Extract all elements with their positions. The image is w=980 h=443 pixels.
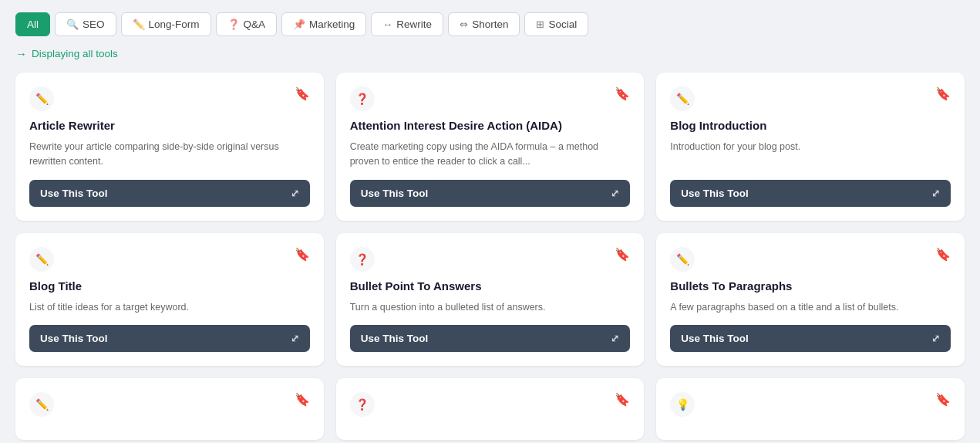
pencil-icon-partial-1: ✏️ xyxy=(35,398,49,411)
bookmark-icon-3[interactable]: 🔖 xyxy=(935,86,951,101)
pin-icon: 📌 xyxy=(293,19,305,30)
use-tool-label-6: Use This Tool xyxy=(681,333,749,344)
use-tool-btn-1[interactable]: Use This Tool ⤢ xyxy=(29,180,310,207)
card-top-4: ✏️ 🔖 xyxy=(29,247,310,272)
filter-label-marketing: Marketing xyxy=(309,19,355,30)
card-icon-6: ✏️ xyxy=(670,247,695,272)
external-link-icon-4: ⤢ xyxy=(291,333,299,344)
bookmark-icon-2[interactable]: 🔖 xyxy=(615,86,630,101)
rewrite-icon: ↔ xyxy=(382,19,392,30)
use-tool-btn-6[interactable]: Use This Tool ⤢ xyxy=(670,325,951,352)
filter-label-social: Social xyxy=(548,19,577,30)
card-icon-1: ✏️ xyxy=(29,86,54,111)
displaying-text: Displaying all tools xyxy=(32,48,118,59)
card-title-3: Blog Introduction xyxy=(670,119,951,132)
card-partial-2: ❓ 🔖 xyxy=(336,378,645,440)
card-aida: ❓ 🔖 Attention Interest Desire Action (AI… xyxy=(336,73,645,221)
question-icon: ❓ xyxy=(227,19,240,30)
card-title-4: Blog Title xyxy=(29,279,310,293)
filter-label-shorten: Shorten xyxy=(472,19,508,30)
filter-label-all: All xyxy=(27,19,39,30)
card-article-rewriter: ✏️ 🔖 Article Rewriter Rewrite your artic… xyxy=(15,73,324,221)
filter-bar: All 🔍 SEO ✏️ Long-Form ❓ Q&A 📌 Marketing… xyxy=(15,12,965,36)
use-tool-btn-3[interactable]: Use This Tool ⤢ xyxy=(670,180,951,207)
external-link-icon-1: ⤢ xyxy=(291,188,299,199)
bookmark-icon-partial-2[interactable]: 🔖 xyxy=(615,392,630,407)
filter-btn-shorten[interactable]: ⇔ Shorten xyxy=(448,12,520,36)
card-top-5: ❓ 🔖 xyxy=(350,247,631,272)
question-icon-2: ❓ xyxy=(355,93,369,105)
card-desc-3: Introduction for your blog post. xyxy=(670,140,951,169)
pencil-icon-6: ✏️ xyxy=(676,253,689,265)
filter-label-rewrite: Rewrite xyxy=(396,19,432,30)
filter-btn-qa[interactable]: ❓ Q&A xyxy=(216,12,278,36)
filter-label-seo: SEO xyxy=(83,19,105,30)
external-link-icon-2: ⤢ xyxy=(611,188,619,199)
external-link-icon-3: ⤢ xyxy=(931,188,940,199)
external-link-icon-6: ⤢ xyxy=(931,333,940,344)
card-desc-5: Turn a question into a bulleted list of … xyxy=(350,300,631,315)
question-icon-partial-2: ❓ xyxy=(355,398,369,411)
use-tool-label-3: Use This Tool xyxy=(681,188,749,199)
card-desc-2: Create marketing copy using the AIDA for… xyxy=(350,140,631,169)
search-icon: 🔍 xyxy=(66,19,79,30)
filter-btn-social[interactable]: ⊞ Social xyxy=(524,12,588,36)
use-tool-btn-4[interactable]: Use This Tool ⤢ xyxy=(29,325,310,352)
filter-btn-marketing[interactable]: 📌 Marketing xyxy=(281,12,366,36)
filter-btn-seo[interactable]: 🔍 SEO xyxy=(55,12,116,36)
card-partial-top-2: ❓ 🔖 xyxy=(350,392,631,417)
shorten-icon: ⇔ xyxy=(460,19,468,30)
pencil-icon-4: ✏️ xyxy=(35,253,49,265)
card-top-3: ✏️ 🔖 xyxy=(670,86,951,111)
filter-btn-rewrite[interactable]: ↔ Rewrite xyxy=(371,12,443,36)
use-tool-btn-2[interactable]: Use This Tool ⤢ xyxy=(350,180,631,207)
card-top-6: ✏️ 🔖 xyxy=(670,247,951,272)
card-desc-4: List of title ideas for a target keyword… xyxy=(29,300,310,315)
card-desc-6: A few paragraphs based on a title and a … xyxy=(670,300,951,315)
card-icon-3: ✏️ xyxy=(670,86,695,111)
social-icon: ⊞ xyxy=(536,19,544,30)
use-tool-label-2: Use This Tool xyxy=(361,188,429,199)
card-partial-1: ✏️ 🔖 xyxy=(15,378,324,440)
bookmark-icon-partial-1[interactable]: 🔖 xyxy=(295,392,310,407)
card-partial-icon-2: ❓ xyxy=(350,392,375,417)
external-link-icon-5: ⤢ xyxy=(611,333,619,344)
card-partial-icon-3: 💡 xyxy=(670,392,695,417)
filter-label-long-form: Long-Form xyxy=(149,19,200,30)
bookmark-icon-5[interactable]: 🔖 xyxy=(615,247,630,262)
card-top-1: ✏️ 🔖 xyxy=(29,86,310,111)
card-bullets-paragraphs: ✏️ 🔖 Bullets To Paragraphs A few paragra… xyxy=(656,233,965,367)
cards-grid: ✏️ 🔖 Article Rewriter Rewrite your artic… xyxy=(15,73,965,440)
card-blog-intro: ✏️ 🔖 Blog Introduction Introduction for … xyxy=(656,73,965,221)
use-tool-label-4: Use This Tool xyxy=(40,333,108,344)
bookmark-icon-1[interactable]: 🔖 xyxy=(295,86,310,101)
card-partial-top-3: 💡 🔖 xyxy=(670,392,951,417)
card-top-2: ❓ 🔖 xyxy=(350,86,631,111)
card-title-1: Article Rewriter xyxy=(29,119,310,132)
card-blog-title: ✏️ 🔖 Blog Title List of title ideas for … xyxy=(15,233,324,367)
bookmark-icon-4[interactable]: 🔖 xyxy=(295,247,310,262)
bookmark-icon-partial-3[interactable]: 🔖 xyxy=(935,392,951,407)
filter-label-qa: Q&A xyxy=(244,19,266,30)
card-icon-5: ❓ xyxy=(350,247,375,272)
card-title-2: Attention Interest Desire Action (AIDA) xyxy=(350,119,631,132)
filter-btn-all[interactable]: All xyxy=(15,12,50,36)
question-icon-5: ❓ xyxy=(355,253,369,265)
use-tool-btn-5[interactable]: Use This Tool ⤢ xyxy=(350,325,631,352)
card-title-6: Bullets To Paragraphs xyxy=(670,279,951,293)
use-tool-label-1: Use This Tool xyxy=(40,188,108,199)
pencil-icon: ✏️ xyxy=(133,19,145,30)
pencil-icon-1: ✏️ xyxy=(35,93,49,105)
use-tool-label-5: Use This Tool xyxy=(361,333,429,344)
filter-btn-long-form[interactable]: ✏️ Long-Form xyxy=(121,12,211,36)
lightbulb-icon-partial-3: 💡 xyxy=(676,398,689,411)
card-title-5: Bullet Point To Answers xyxy=(350,279,631,293)
card-partial-icon-1: ✏️ xyxy=(29,392,54,417)
card-partial-top-1: ✏️ 🔖 xyxy=(29,392,310,417)
card-partial-3: 💡 🔖 xyxy=(656,378,965,440)
card-bullet-answers: ❓ 🔖 Bullet Point To Answers Turn a quest… xyxy=(336,233,645,367)
bookmark-icon-6[interactable]: 🔖 xyxy=(935,247,951,262)
displaying-label: → Displaying all tools xyxy=(15,47,965,60)
pencil-icon-3: ✏️ xyxy=(676,93,689,105)
card-icon-4: ✏️ xyxy=(29,247,54,272)
